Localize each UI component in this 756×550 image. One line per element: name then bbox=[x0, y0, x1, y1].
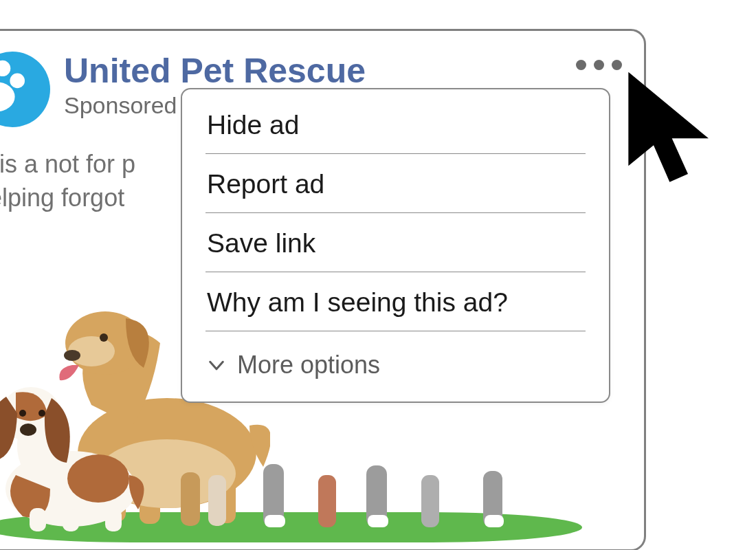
paw-icon bbox=[0, 58, 31, 120]
page-name-link[interactable]: United Pet Rescue bbox=[64, 53, 366, 89]
page-avatar[interactable] bbox=[0, 52, 50, 127]
svg-rect-20 bbox=[421, 475, 439, 527]
menu-more-label: More options bbox=[237, 351, 380, 380]
chevron-down-icon bbox=[207, 355, 226, 375]
post-overflow-button[interactable] bbox=[576, 60, 622, 70]
svg-rect-17 bbox=[318, 475, 336, 527]
svg-point-24 bbox=[67, 454, 129, 503]
post-overflow-menu: Hide ad Report ad Save link Why am I see… bbox=[181, 88, 610, 403]
svg-point-30 bbox=[19, 410, 26, 417]
svg-rect-26 bbox=[63, 509, 79, 531]
svg-rect-19 bbox=[368, 515, 388, 527]
svg-point-31 bbox=[38, 410, 45, 417]
svg-point-8 bbox=[100, 333, 108, 342]
menu-item-report-ad[interactable]: Report ad bbox=[182, 154, 609, 213]
more-dots-icon bbox=[576, 60, 586, 70]
mouse-cursor-icon bbox=[616, 67, 733, 205]
more-dots-icon bbox=[594, 60, 604, 70]
decorative-dog-illustration bbox=[181, 452, 552, 534]
svg-point-2 bbox=[10, 74, 25, 89]
decorative-dog-illustration bbox=[0, 358, 153, 537]
svg-rect-16 bbox=[265, 515, 285, 527]
menu-item-save-link[interactable]: Save link bbox=[182, 213, 609, 272]
menu-item-hide-ad[interactable]: Hide ad bbox=[182, 95, 609, 154]
svg-rect-22 bbox=[485, 515, 504, 527]
svg-rect-27 bbox=[105, 508, 122, 531]
svg-point-29 bbox=[20, 424, 36, 436]
svg-rect-25 bbox=[30, 508, 46, 531]
menu-item-why-seeing-ad[interactable]: Why am I seeing this ad? bbox=[182, 272, 609, 331]
svg-point-1 bbox=[0, 60, 10, 76]
svg-rect-13 bbox=[181, 472, 200, 526]
svg-rect-14 bbox=[208, 475, 226, 526]
menu-item-more-options[interactable]: More options bbox=[182, 331, 609, 384]
